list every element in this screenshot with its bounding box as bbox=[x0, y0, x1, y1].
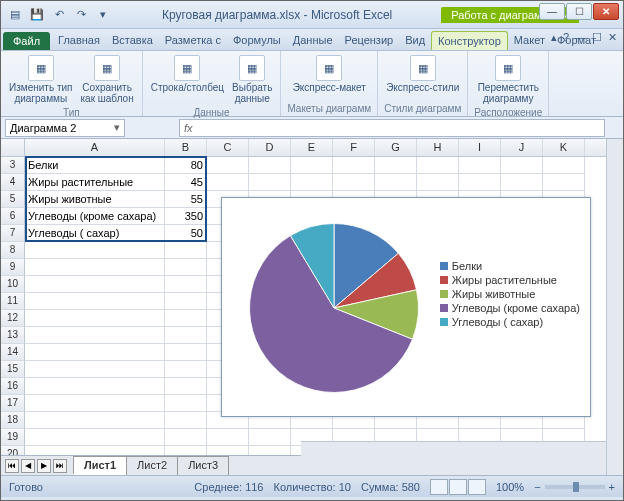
cell[interactable] bbox=[291, 157, 333, 174]
horizontal-scrollbar[interactable] bbox=[301, 441, 606, 458]
cell[interactable] bbox=[25, 361, 165, 378]
cell[interactable] bbox=[165, 310, 207, 327]
select-all-corner[interactable] bbox=[1, 139, 25, 156]
cell[interactable]: Углеводы (кроме сахара) bbox=[25, 208, 165, 225]
cell[interactable] bbox=[459, 174, 501, 191]
ribbon-tab-2[interactable]: Разметка с bbox=[159, 31, 227, 50]
column-header[interactable]: K bbox=[543, 139, 585, 156]
cell[interactable] bbox=[165, 344, 207, 361]
cell[interactable] bbox=[417, 157, 459, 174]
name-box[interactable]: Диаграмма 2 ▾ bbox=[5, 119, 125, 137]
ribbon-button[interactable]: ▦Переместитьдиаграмму bbox=[476, 53, 541, 106]
row-header[interactable]: 6 bbox=[1, 208, 25, 225]
row-header[interactable]: 11 bbox=[1, 293, 25, 310]
row-header[interactable]: 18 bbox=[1, 412, 25, 429]
ribbon-tab-8[interactable]: Макет bbox=[508, 31, 551, 50]
cell[interactable] bbox=[25, 412, 165, 429]
column-header[interactable]: D bbox=[249, 139, 291, 156]
column-header[interactable]: E bbox=[291, 139, 333, 156]
cell[interactable] bbox=[459, 157, 501, 174]
cell[interactable] bbox=[375, 174, 417, 191]
cell[interactable] bbox=[25, 344, 165, 361]
legend-item[interactable]: Жиры животные bbox=[440, 288, 580, 300]
cell[interactable] bbox=[207, 157, 249, 174]
cell[interactable] bbox=[375, 157, 417, 174]
legend-item[interactable]: Углеводы (кроме сахара) bbox=[440, 302, 580, 314]
cell[interactable] bbox=[165, 293, 207, 310]
cell[interactable] bbox=[165, 259, 207, 276]
zoom-percent[interactable]: 100% bbox=[496, 481, 524, 493]
cell[interactable] bbox=[291, 174, 333, 191]
cell[interactable] bbox=[165, 395, 207, 412]
cell[interactable]: Углеводы ( сахар) bbox=[25, 225, 165, 242]
help-icon[interactable]: ? bbox=[563, 31, 569, 44]
cell[interactable]: 50 bbox=[165, 225, 207, 242]
view-break-icon[interactable] bbox=[468, 479, 486, 495]
doc-close-icon[interactable]: ✕ bbox=[608, 31, 617, 44]
ribbon-button[interactable]: ▦Сохранитькак шаблон bbox=[78, 53, 135, 106]
undo-icon[interactable]: ↶ bbox=[49, 5, 69, 25]
zoom-slider[interactable] bbox=[545, 485, 605, 489]
fx-icon[interactable]: fx bbox=[184, 122, 193, 134]
excel-icon[interactable]: ▤ bbox=[5, 5, 25, 25]
cell[interactable] bbox=[25, 310, 165, 327]
cell[interactable]: Белки bbox=[25, 157, 165, 174]
cell[interactable] bbox=[207, 446, 249, 455]
cell[interactable] bbox=[165, 361, 207, 378]
column-header[interactable]: G bbox=[375, 139, 417, 156]
row-header[interactable]: 9 bbox=[1, 259, 25, 276]
ribbon-tab-0[interactable]: Главная bbox=[52, 31, 106, 50]
column-header[interactable]: J bbox=[501, 139, 543, 156]
cell[interactable] bbox=[25, 429, 165, 446]
cell[interactable] bbox=[165, 429, 207, 446]
cell[interactable] bbox=[165, 412, 207, 429]
doc-restore-icon[interactable]: ☐ bbox=[592, 31, 602, 44]
row-header[interactable]: 20 bbox=[1, 446, 25, 455]
ribbon-button[interactable]: ▦Строка/столбец bbox=[149, 53, 226, 106]
qat-more-icon[interactable]: ▾ bbox=[93, 5, 113, 25]
embedded-chart[interactable]: БелкиЖиры растительныеЖиры животныеУглев… bbox=[221, 197, 591, 417]
row-header[interactable]: 12 bbox=[1, 310, 25, 327]
ribbon-button[interactable]: ▦Экспресс-стили bbox=[384, 53, 461, 95]
sheet-nav-first-icon[interactable]: ⏮ bbox=[5, 459, 19, 473]
column-header[interactable]: I bbox=[459, 139, 501, 156]
redo-icon[interactable]: ↷ bbox=[71, 5, 91, 25]
worksheet-grid[interactable]: ABCDEFGHIJK 3Белки804Жиры растительные45… bbox=[1, 139, 623, 455]
ribbon-button[interactable]: ▦Экспресс-макет bbox=[291, 53, 368, 95]
column-header[interactable]: B bbox=[165, 139, 207, 156]
ribbon-tab-3[interactable]: Формулы bbox=[227, 31, 287, 50]
cell[interactable] bbox=[417, 174, 459, 191]
ribbon-button[interactable]: ▦Выбратьданные bbox=[230, 53, 274, 106]
cell[interactable] bbox=[25, 446, 165, 455]
cell[interactable] bbox=[249, 174, 291, 191]
row-header[interactable]: 3 bbox=[1, 157, 25, 174]
minimize-ribbon-icon[interactable]: ▴ bbox=[551, 31, 557, 44]
cell[interactable] bbox=[543, 157, 585, 174]
cell[interactable] bbox=[165, 378, 207, 395]
cell[interactable] bbox=[207, 174, 249, 191]
cell[interactable] bbox=[25, 327, 165, 344]
file-tab[interactable]: Файл bbox=[3, 32, 50, 50]
view-layout-icon[interactable] bbox=[449, 479, 467, 495]
sheet-tab[interactable]: Лист3 bbox=[177, 456, 229, 475]
cell[interactable] bbox=[25, 242, 165, 259]
row-header[interactable]: 13 bbox=[1, 327, 25, 344]
row-header[interactable]: 14 bbox=[1, 344, 25, 361]
cell[interactable] bbox=[333, 174, 375, 191]
name-box-dropdown-icon[interactable]: ▾ bbox=[114, 121, 120, 134]
row-header[interactable]: 19 bbox=[1, 429, 25, 446]
cell[interactable] bbox=[165, 242, 207, 259]
cell[interactable] bbox=[25, 293, 165, 310]
close-button[interactable]: ✕ bbox=[593, 3, 619, 20]
legend-item[interactable]: Белки bbox=[440, 260, 580, 272]
column-header[interactable]: H bbox=[417, 139, 459, 156]
row-header[interactable]: 17 bbox=[1, 395, 25, 412]
ribbon-tab-1[interactable]: Вставка bbox=[106, 31, 159, 50]
row-header[interactable]: 10 bbox=[1, 276, 25, 293]
cell[interactable]: 55 bbox=[165, 191, 207, 208]
doc-min-icon[interactable]: — bbox=[575, 31, 586, 44]
cell[interactable] bbox=[543, 174, 585, 191]
cell[interactable] bbox=[501, 157, 543, 174]
row-header[interactable]: 15 bbox=[1, 361, 25, 378]
ribbon-button[interactable]: ▦Изменить типдиаграммы bbox=[7, 53, 74, 106]
